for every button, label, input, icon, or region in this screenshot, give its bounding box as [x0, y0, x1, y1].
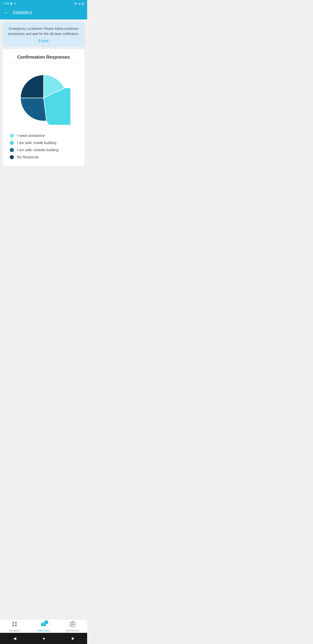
self-service-icon — [70, 621, 75, 628]
tab-self-service[interactable]: Self Service — [58, 621, 87, 632]
svg-rect-3 — [15, 624, 17, 626]
chart-card: Confirmation Responses — [3, 49, 84, 166]
play-icon: ▶ — [10, 2, 13, 5]
svg-point-5 — [72, 622, 74, 624]
nav-recent-button[interactable]: ■ — [67, 635, 78, 642]
legend-label-outside: I am safe: outside building — [17, 148, 58, 152]
pie-no-response — [21, 75, 43, 98]
status-bar-right: ▾▾ ▲ ▮ — [74, 2, 83, 5]
tab-bar: Scenarios 1 Notifications Self Service — [0, 619, 87, 633]
tab-notifications[interactable]: 1 Notifications — [29, 621, 58, 632]
chart-title: Confirmation Responses — [6, 54, 81, 63]
header: ← Statistics — [0, 7, 87, 20]
tab-self-service-label: Self Service — [66, 629, 79, 632]
notifications-icon: 1 — [41, 621, 46, 628]
legend-dot-outside — [10, 148, 14, 152]
legend-label-inside: I am safe: inside building — [17, 141, 56, 145]
tab-scenarios-label: Scenarios — [9, 629, 20, 632]
battery-icon: ▮ — [82, 2, 83, 5]
nav-back-button[interactable]: ◀ — [9, 635, 21, 642]
svg-rect-1 — [15, 622, 17, 624]
pie-safe-outside — [21, 98, 46, 121]
svg-rect-2 — [12, 624, 14, 626]
status-bar: 4:52 ▶ ⊙ ▾▾ ▲ ▮ — [0, 0, 87, 7]
notifications-badge: 1 — [44, 620, 48, 624]
back-button[interactable]: ← — [3, 10, 9, 15]
tab-scenarios[interactable]: Scenarios — [0, 621, 29, 632]
expire-button[interactable]: Expire — [38, 39, 48, 43]
alert-banner: Emergency Lockdown! Please follow lockdo… — [3, 22, 84, 47]
scenarios-icon — [12, 621, 17, 628]
legend-label-assistance: I need assistance — [17, 134, 45, 138]
status-time: 4:52 — [3, 2, 9, 5]
wifi-icon: ▾▾ — [74, 2, 77, 5]
nav-bar: ◀ ● ■ — [0, 633, 87, 644]
legend-dot-noresponse — [10, 155, 14, 159]
content-area: Emergency Lockdown! Please follow lockdo… — [0, 20, 87, 619]
legend-dot-assistance — [10, 134, 14, 138]
pie-svg — [17, 71, 70, 125]
legend-label-noresponse: No Response — [17, 155, 39, 159]
legend-dot-inside — [10, 141, 14, 145]
pie-chart-proper — [6, 67, 81, 132]
legend-item-assistance: I need assistance — [10, 134, 79, 138]
legend-item-noresponse: No Response — [10, 155, 79, 159]
chart-legend: I need assistance I am safe: inside buil… — [6, 132, 81, 162]
tab-notifications-label: Notifications — [37, 629, 50, 632]
legend-item-inside: I am safe: inside building — [10, 141, 79, 145]
at-icon: ⊙ — [14, 2, 16, 5]
svg-rect-0 — [12, 622, 14, 624]
status-bar-left: 4:52 ▶ ⊙ — [3, 2, 16, 5]
signal-icon: ▲ — [78, 2, 81, 5]
nav-home-button[interactable]: ● — [38, 635, 50, 642]
alert-message: Emergency Lockdown! Please follow lockdo… — [7, 26, 80, 36]
legend-item-outside: I am safe: outside building — [10, 148, 79, 152]
page-title: Statistics — [12, 10, 32, 16]
